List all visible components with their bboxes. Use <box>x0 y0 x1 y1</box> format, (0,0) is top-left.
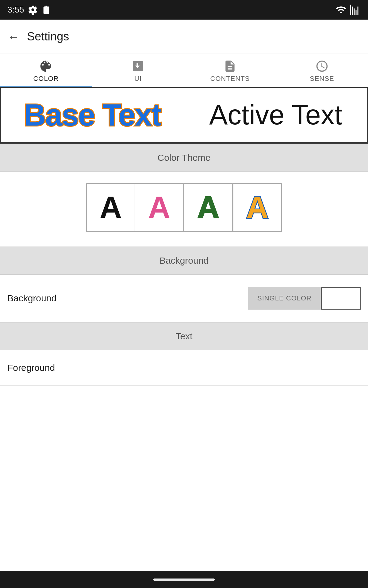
active-text-label: Active Text <box>209 99 342 131</box>
wifi-icon <box>335 4 347 15</box>
theme-option-black[interactable]: A <box>86 183 135 232</box>
status-bar-left: 3:55 <box>7 5 51 15</box>
single-color-options: SINGLE COLOR <box>248 287 361 310</box>
page-title: Settings <box>27 30 69 43</box>
download-box-icon <box>131 59 145 73</box>
theme-a-green-label: A <box>197 190 219 225</box>
signal-icon <box>350 4 361 15</box>
foreground-label: Foreground <box>7 363 55 373</box>
status-bar: 3:55 <box>0 0 368 20</box>
background-label: Background <box>7 293 56 303</box>
home-indicator <box>153 579 215 581</box>
theme-option-green[interactable]: A <box>184 183 233 232</box>
single-color-button[interactable]: SINGLE COLOR <box>248 287 321 310</box>
tab-ui-label: UI <box>134 75 142 83</box>
status-time: 3:55 <box>7 5 24 15</box>
active-text-preview[interactable]: Active Text <box>184 87 368 143</box>
tab-color-label: COLOR <box>33 75 59 83</box>
back-button[interactable]: ← <box>7 31 20 43</box>
theme-a-pink-label: A <box>148 190 170 225</box>
theme-option-orange[interactable]: A <box>233 183 282 232</box>
background-section-header: Background <box>0 247 368 275</box>
base-text-preview[interactable]: Base Text <box>0 87 184 143</box>
background-color-swatch[interactable] <box>321 287 361 310</box>
tab-sense[interactable]: SENSE <box>276 54 368 87</box>
theme-a-orange-label: A <box>246 190 268 225</box>
status-bar-right <box>335 4 361 15</box>
tab-color[interactable]: COLOR <box>0 54 92 87</box>
theme-a-black-label: A <box>100 190 122 225</box>
palette-icon <box>39 59 53 73</box>
theme-option-pink[interactable]: A <box>135 183 184 232</box>
app-bar: ← Settings <box>0 20 368 54</box>
clock-icon <box>315 59 329 73</box>
tab-contents[interactable]: CONTENTS <box>184 54 276 87</box>
tab-ui[interactable]: UI <box>92 54 184 87</box>
text-section-header: Text <box>0 322 368 350</box>
foreground-setting-row: Foreground <box>0 350 368 386</box>
text-preview-container: Base Text Active Text <box>0 87 368 144</box>
battery-icon <box>41 5 51 15</box>
base-text-label: Base Text <box>24 97 161 133</box>
nav-bar <box>0 571 368 588</box>
color-theme-section-header: Color Theme <box>0 144 368 172</box>
color-theme-options: A A A A <box>0 172 368 247</box>
tab-contents-label: CONTENTS <box>210 75 250 83</box>
background-setting-row: Background SINGLE COLOR <box>0 275 368 322</box>
settings-icon <box>28 5 38 15</box>
tabs-container: COLOR UI CONTENTS SENSE <box>0 54 368 87</box>
file-text-icon <box>223 59 237 73</box>
tab-sense-label: SENSE <box>310 75 334 83</box>
